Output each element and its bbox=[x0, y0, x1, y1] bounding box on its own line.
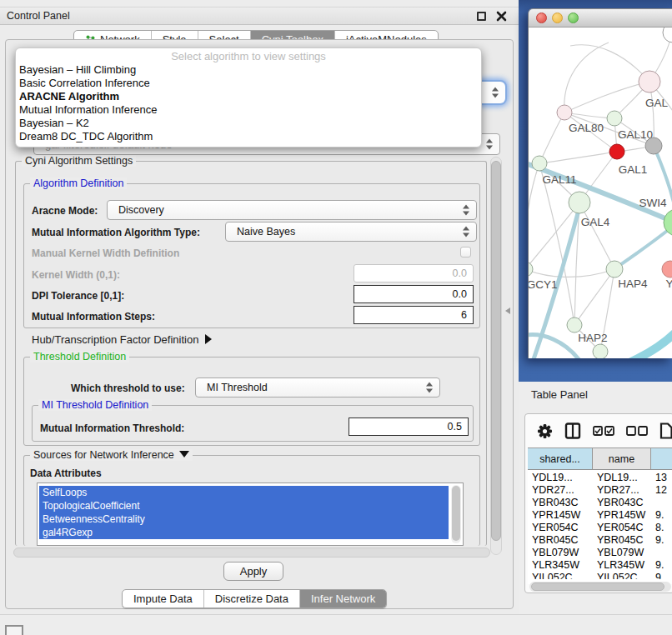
table-panel-box: shared... name YDL19...YDL19...13YDR27..… bbox=[524, 413, 672, 593]
close-icon[interactable] bbox=[496, 11, 507, 22]
sources-expander[interactable]: Sources for Network Inference bbox=[30, 449, 193, 461]
table-cell: YLR345W bbox=[593, 559, 651, 571]
table-row[interactable]: YDR27...YDR27...12 bbox=[528, 483, 672, 496]
column-header-shared-name[interactable]: shared... bbox=[528, 448, 593, 470]
algorithm-option[interactable]: Bayesian – K2 bbox=[16, 117, 481, 130]
gear-icon[interactable] bbox=[537, 423, 553, 439]
table-horizontal-scrollbar[interactable] bbox=[529, 582, 671, 592]
table-cell: 13 bbox=[651, 472, 672, 483]
aracne-mode-combo[interactable]: Discovery bbox=[107, 200, 477, 220]
table-toolbar bbox=[525, 414, 672, 448]
dpi-tolerance-label: DPI Tolerance [0,1]: bbox=[32, 290, 124, 302]
node-label: GAL1 bbox=[619, 163, 648, 176]
table-rows[interactable]: YDL19...YDL19...13YDR27...YDR27...12YBR0… bbox=[528, 471, 672, 579]
tab-infer-network[interactable]: Infer Network bbox=[300, 590, 386, 608]
tab-impute-data[interactable]: Impute Data bbox=[123, 590, 204, 608]
table-row[interactable]: YBR045CYBR045C9. bbox=[528, 533, 672, 546]
attribute-item-selected[interactable]: gal4RGexp bbox=[39, 526, 449, 539]
algorithm-combo-fragment[interactable] bbox=[479, 80, 507, 105]
table-row[interactable]: YER054CYER054C8. bbox=[528, 521, 672, 533]
minimize-traffic-light[interactable] bbox=[552, 12, 563, 23]
hub-definition-expander[interactable]: Hub/Transcription Factor Definition bbox=[32, 333, 212, 346]
network-node-hap2[interactable] bbox=[567, 318, 582, 332]
mi-steps-input[interactable]: 6 bbox=[354, 306, 474, 324]
network-node-gal11[interactable] bbox=[532, 156, 547, 171]
attribute-item-selected[interactable]: TopologicalCoefficient bbox=[39, 499, 449, 512]
close-traffic-light[interactable] bbox=[536, 12, 547, 23]
algorithm-option[interactable]: ARACNE Algorithm bbox=[16, 90, 481, 103]
column-header-partial[interactable] bbox=[651, 448, 672, 470]
tab-discretize-data[interactable]: Discretize Data bbox=[204, 590, 300, 608]
export-table-icon[interactable] bbox=[659, 422, 672, 439]
table-cell: YLR345W bbox=[528, 559, 593, 571]
dpi-tolerance-input[interactable]: 0.0 bbox=[354, 285, 474, 303]
table-cell: YBR043C bbox=[593, 497, 651, 508]
which-threshold-label: Which threshold to use: bbox=[71, 382, 185, 394]
table-row[interactable]: YLR345WYLR345W9. bbox=[528, 558, 672, 571]
kernel-width-input[interactable]: 0.0 bbox=[354, 264, 474, 282]
table-row[interactable]: YPR145WYPR145W9. bbox=[528, 508, 672, 521]
network-node[interactable] bbox=[663, 28, 672, 42]
table-cell: 8. bbox=[651, 522, 672, 533]
manual-kernel-width-checkbox[interactable] bbox=[460, 247, 471, 258]
network-canvas[interactable]: GALGAL80GAL10GAL1GAL11GAL4SWI4HAP4YGCY1H… bbox=[529, 28, 672, 358]
select-all-columns-icon[interactable] bbox=[593, 426, 614, 436]
threshold-definition-title: Threshold Definition bbox=[30, 351, 129, 362]
deselect-all-columns-icon[interactable] bbox=[626, 426, 648, 436]
zoom-traffic-light[interactable] bbox=[568, 12, 579, 23]
node-label: HAP2 bbox=[578, 332, 607, 344]
algorithm-option[interactable]: Bayesian – Hill Climbing bbox=[16, 63, 481, 77]
minimized-panel-icon[interactable] bbox=[5, 625, 23, 635]
network-view-window[interactable]: GALGAL80GAL10GAL1GAL11GAL4SWI4HAP4YGCY1H… bbox=[528, 8, 672, 358]
attribute-item-selected[interactable]: BetweennessCentrality bbox=[39, 512, 449, 526]
network-node-gcy1[interactable] bbox=[529, 262, 533, 277]
network-node[interactable] bbox=[593, 344, 608, 358]
mi-algorithm-type-combo[interactable]: Naive Bayes bbox=[225, 222, 477, 242]
mi-threshold-input[interactable]: 0.5 bbox=[349, 418, 469, 436]
table-cell: YBR043C bbox=[528, 497, 593, 508]
network-node-gal4[interactable] bbox=[569, 192, 590, 213]
algorithm-definition-title: Algorithm Definition bbox=[30, 178, 127, 189]
table-cell: YBR045C bbox=[593, 534, 651, 546]
table-cell: YER054C bbox=[528, 522, 593, 533]
column-header-name[interactable]: name bbox=[593, 448, 651, 470]
mi-threshold-title: MI Threshold Definition bbox=[38, 399, 152, 411]
network-node-gal1[interactable] bbox=[609, 144, 624, 159]
table-cell: 9. bbox=[651, 534, 672, 546]
network-node-hap4[interactable] bbox=[606, 261, 623, 278]
node-label: GAL10 bbox=[618, 128, 653, 141]
attribute-item-selected[interactable]: SelfLoops bbox=[39, 486, 449, 499]
network-node[interactable] bbox=[645, 138, 662, 154]
table-row[interactable]: YIL052CYIL052C9 bbox=[528, 571, 672, 579]
list-scrollbar[interactable] bbox=[451, 485, 461, 543]
split-columns-icon[interactable] bbox=[564, 422, 581, 439]
table-cell: 9 bbox=[651, 572, 672, 580]
table-row[interactable]: YDL19...YDL19...13 bbox=[528, 471, 672, 483]
network-node-y[interactable] bbox=[662, 261, 672, 278]
table-cell: YBL079W bbox=[593, 547, 651, 558]
mi-threshold-label: Mutual Information Threshold: bbox=[40, 422, 184, 434]
settings-horizontal-scrollbar[interactable] bbox=[13, 548, 490, 558]
network-node-gal[interactable] bbox=[639, 71, 660, 92]
network-node-gal10[interactable] bbox=[607, 111, 622, 126]
node-label: GAL11 bbox=[542, 173, 576, 186]
algorithm-option[interactable]: Dream8 DC_TDC Algorithm bbox=[16, 130, 481, 143]
which-threshold-combo[interactable]: MI Threshold bbox=[195, 378, 440, 398]
table-cell: YDR27... bbox=[528, 484, 593, 496]
node-label: GAL bbox=[645, 97, 669, 109]
algorithm-option[interactable]: Basic Correlation Inference bbox=[16, 77, 481, 90]
table-row[interactable]: YBR043CYBR043C bbox=[528, 496, 672, 508]
float-window-icon[interactable] bbox=[477, 12, 486, 21]
network-node-gal80[interactable] bbox=[557, 105, 572, 120]
splitter-grip-icon[interactable] bbox=[505, 308, 510, 314]
expander-collapsed-icon bbox=[205, 334, 212, 344]
data-attributes-list[interactable]: SelfLoopsTopologicalCoefficientBetweenne… bbox=[37, 482, 464, 546]
apply-button[interactable]: Apply bbox=[223, 562, 283, 581]
table-row[interactable]: YBL079WYBL079W bbox=[528, 546, 672, 558]
table-panel-titlebar: Table Panel bbox=[519, 382, 672, 408]
network-window-titlebar[interactable] bbox=[529, 9, 672, 28]
settings-scrollbar-thumb[interactable] bbox=[491, 161, 501, 541]
algorithm-option[interactable]: Mutual Information Inference bbox=[16, 103, 481, 117]
combo-arrows-icon bbox=[486, 139, 494, 150]
table-cell: YIL052C bbox=[593, 572, 651, 580]
